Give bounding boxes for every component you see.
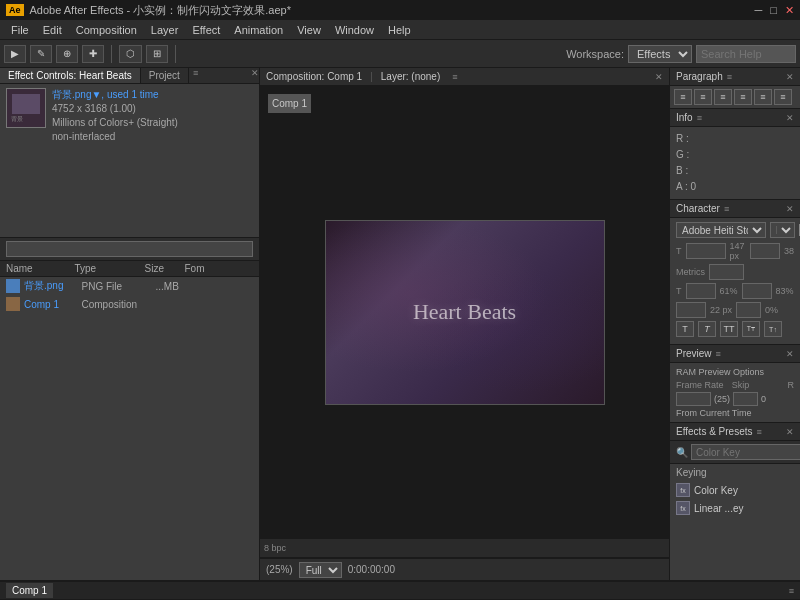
menu-window[interactable]: Window (328, 22, 381, 38)
toolbar-btn-4[interactable]: ✚ (82, 45, 104, 63)
resolution-select[interactable]: Full (299, 562, 342, 578)
keying-item-color-key[interactable]: fx Color Key (676, 481, 794, 499)
framerate-input[interactable] (676, 392, 711, 406)
menu-help[interactable]: Help (381, 22, 418, 38)
effect-thumbnail: 背景 (6, 88, 46, 128)
canvas-overlay (326, 221, 604, 404)
info-b: B : (676, 163, 794, 179)
kerning-input[interactable] (709, 264, 744, 280)
italic-btn[interactable]: T (698, 321, 716, 337)
toolbar-btn-1[interactable]: ▶ (4, 45, 26, 63)
project-search (0, 238, 259, 261)
menu-view[interactable]: View (290, 22, 328, 38)
framerate-val: (25) (714, 394, 730, 404)
effects-presets-close[interactable]: ✕ (786, 427, 794, 437)
vscale-val: 61% (720, 286, 738, 296)
char-close[interactable]: ✕ (786, 204, 794, 214)
timeline-menu[interactable]: ≡ (789, 586, 794, 596)
r-label: R (788, 380, 795, 390)
effects-presets-menu[interactable]: ≡ (757, 427, 762, 437)
tracking-row: Metrics (676, 264, 794, 280)
align-justify[interactable]: ≡ (734, 89, 752, 105)
paragraph-menu[interactable]: ≡ (727, 72, 732, 82)
info-menu[interactable]: ≡ (697, 113, 702, 123)
font-select[interactable]: Adobe Heiti Std (676, 222, 766, 238)
maximize-btn[interactable]: □ (770, 4, 777, 17)
style-buttons-row: T T TT Tᴛ T↑ (676, 321, 794, 337)
preview-close[interactable]: ✕ (786, 349, 794, 359)
from-current-label: From Current Time (676, 408, 794, 418)
menu-effect[interactable]: Effect (185, 22, 227, 38)
vscale-input[interactable] (686, 283, 716, 299)
keying-section: Keying fx Color Key fx Linear ...ey (670, 464, 800, 520)
timeline-tab-comp1[interactable]: Comp 1 (6, 583, 53, 598)
color-key-icon: fx (676, 483, 690, 497)
font-size-input[interactable] (686, 243, 726, 259)
minimize-btn[interactable]: ─ (755, 4, 763, 17)
align-left[interactable]: ≡ (674, 89, 692, 105)
effect-info: 背景.png▼, used 1 time 4752 x 3168 (1.00) … (52, 88, 178, 144)
project-row-comp[interactable]: Comp 1 Composition (0, 295, 259, 313)
project-item-name-1: 背景.png (24, 279, 78, 293)
panel-close-icon[interactable]: ✕ (251, 68, 259, 83)
menu-file[interactable]: File (4, 22, 36, 38)
smallcaps-btn[interactable]: Tᴛ (742, 321, 760, 337)
super-btn[interactable]: T↑ (764, 321, 782, 337)
close-btn[interactable]: ✕ (785, 4, 794, 17)
menu-edit[interactable]: Edit (36, 22, 69, 38)
comp-title: Composition: Comp 1 (266, 71, 362, 82)
toolbar-btn-3[interactable]: ⊕ (56, 45, 78, 63)
baseline-input[interactable] (676, 302, 706, 318)
baseline-row: 22 px 0% (676, 302, 794, 318)
tsume-input[interactable] (736, 302, 761, 318)
style-select[interactable]: R (770, 222, 795, 238)
effects-presets-header: Effects & Presets ≡ ✕ (670, 423, 800, 441)
char-menu[interactable]: ≡ (724, 204, 729, 214)
preview-menu[interactable]: ≡ (716, 349, 721, 359)
workspace-label: Workspace: (566, 48, 624, 60)
size-icon: T (676, 246, 682, 256)
tab-project[interactable]: Project (141, 68, 189, 83)
toolbar-btn-2[interactable]: ✎ (30, 45, 52, 63)
timeline-header: Comp 1 ≡ (0, 582, 800, 600)
skip-input[interactable] (733, 392, 758, 406)
align-justify2[interactable]: ≡ (754, 89, 772, 105)
project-search-input[interactable] (6, 241, 253, 257)
effect-interlace: non-interlaced (52, 130, 178, 144)
paragraph-close[interactable]: ✕ (786, 72, 794, 82)
menu-composition[interactable]: Composition (69, 22, 144, 38)
bold-btn[interactable]: T (676, 321, 694, 337)
panel-menu-icon[interactable]: ≡ (193, 68, 198, 83)
toolbar-btn-5[interactable]: ⬡ (119, 45, 142, 63)
search-input[interactable] (696, 45, 796, 63)
project-table-header: Name Type Size Fom (0, 261, 259, 277)
effect-dimensions: 4752 x 3168 (1.00) (52, 102, 178, 116)
character-header: Character ≡ ✕ (670, 200, 800, 218)
toolbar-btn-6[interactable]: ⊞ (146, 45, 168, 63)
align-center[interactable]: ≡ (694, 89, 712, 105)
preview-header: Preview ≡ ✕ (670, 345, 800, 363)
effects-search-input[interactable] (691, 444, 800, 460)
comp-panel-close[interactable]: ✕ (655, 72, 663, 82)
leading-input[interactable] (750, 243, 780, 259)
project-row-bg[interactable]: 背景.png PNG File ...MB (0, 277, 259, 295)
align-right[interactable]: ≡ (714, 89, 732, 105)
align-justify3[interactable]: ≡ (774, 89, 792, 105)
color-key-label: Color Key (694, 485, 738, 496)
scale-row: T 61% 83% (676, 283, 794, 299)
col-type: Type (75, 263, 145, 274)
menu-animation[interactable]: Animation (227, 22, 290, 38)
leading-val: 38 (784, 246, 794, 256)
comp-tab[interactable]: Comp 1 (268, 94, 311, 113)
hscale-input[interactable] (742, 283, 772, 299)
info-close[interactable]: ✕ (786, 113, 794, 123)
search-icon: 🔍 (676, 447, 688, 458)
keying-item-linear-key[interactable]: fx Linear ...ey (676, 499, 794, 517)
menu-layer[interactable]: Layer (144, 22, 186, 38)
tab-effect-controls[interactable]: Effect Controls: Heart Beats (0, 68, 141, 83)
allcaps-btn[interactable]: TT (720, 321, 738, 337)
comp-header: Composition: Comp 1 | Layer: (none) ≡ ✕ (260, 68, 669, 86)
comp-panel-menu[interactable]: ≡ (452, 72, 457, 82)
workspace-select[interactable]: Effects (628, 45, 692, 63)
comp-canvas[interactable]: Comp 1 Heart Beats (260, 86, 669, 538)
